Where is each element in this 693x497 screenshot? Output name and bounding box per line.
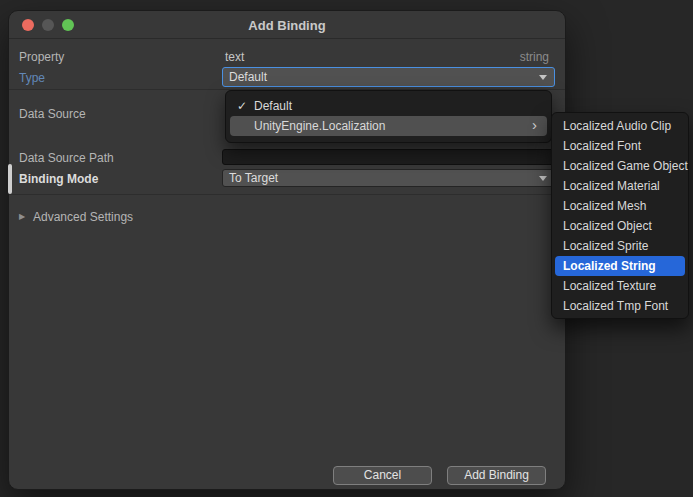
submenu-item-localized-sprite[interactable]: Localized Sprite — [555, 236, 685, 256]
property-label: Property — [19, 50, 64, 64]
submenu-item-localized-string[interactable]: Localized String — [555, 256, 685, 276]
submenu-item-localized-tmp-font[interactable]: Localized Tmp Font — [555, 296, 685, 316]
submenu-item-localized-texture[interactable]: Localized Texture — [555, 276, 685, 296]
add-binding-button[interactable]: Add Binding — [447, 466, 546, 485]
cancel-button[interactable]: Cancel — [333, 466, 432, 485]
data-source-path-input[interactable] — [222, 149, 555, 165]
checkmark-icon: ✓ — [237, 96, 247, 116]
submenu-item-localized-font[interactable]: Localized Font — [555, 136, 685, 156]
data-source-label: Data Source — [19, 107, 86, 121]
submenu-item-localized-object[interactable]: Localized Object — [555, 216, 685, 236]
localization-submenu: Localized Audio Clip Localized Font Loca… — [551, 112, 689, 319]
title-bar[interactable]: Add Binding — [9, 11, 565, 39]
dropdown-arrow-icon — [539, 75, 547, 80]
submenu-item-localized-audio-clip[interactable]: Localized Audio Clip — [555, 116, 685, 136]
menu-item-default[interactable]: ✓ Default — [230, 96, 547, 116]
data-source-path-label: Data Source Path — [19, 151, 114, 165]
binding-mode-value: To Target — [229, 171, 278, 185]
binding-mode-dropdown[interactable]: To Target — [222, 169, 555, 187]
submenu-chevron-icon: › — [532, 115, 537, 135]
property-type-hint: string — [520, 50, 549, 64]
desktop-background: Add Binding Property text string Type De… — [0, 0, 693, 497]
dropdown-arrow-icon — [539, 176, 547, 181]
focus-edge-indicator — [8, 164, 12, 194]
submenu-item-localized-material[interactable]: Localized Material — [555, 176, 685, 196]
submenu-item-localized-mesh[interactable]: Localized Mesh — [555, 196, 685, 216]
type-dropdown-value: Default — [229, 70, 267, 84]
property-value: text — [225, 50, 244, 64]
type-dropdown[interactable]: Default — [222, 67, 555, 87]
type-dropdown-menu: ✓ Default UnityEngine.Localization › — [225, 90, 552, 143]
binding-mode-label: Binding Mode — [19, 172, 98, 186]
menu-item-label: UnityEngine.Localization — [254, 119, 385, 133]
divider — [9, 194, 565, 195]
type-label: Type — [19, 71, 45, 85]
add-binding-dialog: Add Binding Property text string Type De… — [8, 10, 566, 490]
submenu-item-localized-game-object[interactable]: Localized Game Object — [555, 156, 685, 176]
disclosure-triangle-icon[interactable]: ▶ — [19, 212, 25, 221]
window-title: Add Binding — [9, 18, 565, 33]
menu-item-label: Default — [254, 99, 292, 113]
menu-item-unityengine-localization[interactable]: UnityEngine.Localization › — [230, 116, 547, 136]
advanced-settings-label[interactable]: Advanced Settings — [33, 210, 133, 224]
